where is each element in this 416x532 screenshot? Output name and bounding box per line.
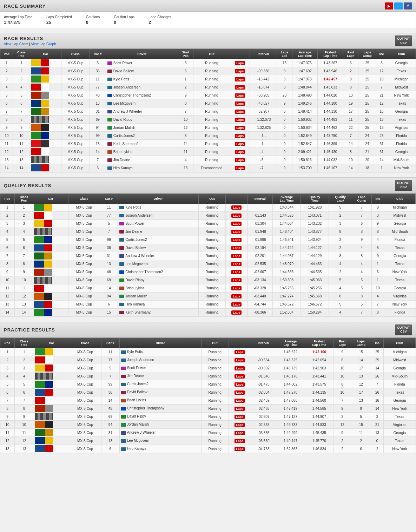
table-row: 10 10 MX-5 Cup 94 Jordan Malish Running … (0, 421, 416, 429)
pos-cell: 10 (0, 132, 13, 140)
driver-cell: Scott Power (119, 364, 201, 372)
inc-cell: 7 (376, 83, 387, 91)
q-col-driver: Driver (118, 194, 199, 204)
class-pos-cell: 4 (15, 372, 34, 380)
car-cell (33, 276, 68, 284)
start-pos-cell: 11 (178, 148, 193, 156)
out-cell: Running (199, 260, 226, 268)
start-pos-cell: 9 (178, 91, 193, 99)
laps-led-cell: 0 (277, 156, 292, 164)
inc-cell: 1 (376, 164, 387, 172)
club-cell: Texas (383, 413, 416, 421)
driver-cell: Scott Power (118, 219, 199, 228)
qualify-time-cell: 1:44.129 (301, 252, 329, 260)
table-row: 1 1 MX-5 Cup 11 Kyle Potts Running Laps … (0, 348, 416, 356)
view-lap-chart-link[interactable]: View Lap Chart (4, 42, 28, 46)
pos-cell: 11 (0, 429, 15, 437)
inc-cell: 14 (371, 364, 383, 372)
fastest-lap-cell: 1:44.020 (318, 91, 343, 99)
twitter-icon[interactable]: 🐦 (394, 2, 403, 9)
avg-lap-cell: 1:43.344 (272, 204, 301, 212)
facebook-icon[interactable]: f (404, 2, 412, 9)
table-row: 13 13 MX-5 Cup 6 Hiro Kanaya Running Lap… (0, 300, 416, 308)
car-num-cell: 99 (101, 380, 119, 388)
laps-comp-cell: 20 (358, 156, 376, 164)
club-cell: Georgia (384, 252, 416, 260)
inc-cell: 25 (371, 348, 383, 356)
col-interval: Interval (250, 49, 277, 59)
inc-cell: 16 (371, 396, 383, 405)
qualify-output-csv-button[interactable]: OUTPUTCSV (395, 180, 412, 191)
out-cell: Running (201, 405, 229, 413)
car-num-cell: 77 (90, 83, 106, 91)
laps-badge-cell: Laps (230, 132, 250, 140)
class-cell: MX-5 Cup (69, 421, 101, 429)
inc-cell: 18 (376, 75, 387, 83)
practice-output-csv-button[interactable]: OUTPUTCSV (395, 324, 412, 335)
interval-cell: -5 L (250, 156, 277, 164)
fastest-lap-cell: 1:43.575 (305, 380, 334, 388)
laps-badge-cell: Laps (230, 156, 250, 164)
inc-cell: 12 (376, 67, 387, 75)
driver-cell: Joseph Andersen (119, 356, 201, 364)
car-cell (33, 260, 68, 268)
club-cell: Georgia (387, 59, 416, 67)
car-num-cell: 31 (90, 107, 106, 116)
qualify-lap-cell: 5 (329, 276, 352, 284)
laps-comp-cell: 6 (352, 219, 372, 228)
table-row: 4 4 MX-5 Cup 7 Jim Deane Running Laps -0… (0, 372, 416, 380)
class-cell: MX-5 Cup (68, 252, 100, 260)
start-pos-cell: 5 (178, 132, 193, 140)
qualify-time-cell: 1:44.463 (301, 260, 329, 268)
table-row: 7 7 MX-5 Cup 31 Andrew J Wheeler 7 Runni… (0, 107, 416, 116)
laps-badge-cell: Laps (229, 396, 251, 405)
qualify-lap-cell: 8 (329, 252, 352, 260)
car-cell (34, 380, 69, 388)
car-num-cell: 69 (100, 276, 118, 284)
class-cell: MX-5 Cup (69, 437, 101, 445)
qualify-lap-cell: 4 (329, 260, 352, 268)
interval-cell: -00.554 (251, 356, 276, 364)
laps-led-cell: 9 (277, 99, 292, 107)
inc-cell: 21 (371, 421, 383, 429)
club-cell: Michigan (384, 204, 416, 212)
laps-comp-cell: 13 (351, 396, 371, 405)
fastest-lap-cell: 1:44.933 (305, 421, 334, 429)
car-num-cell: 48 (90, 91, 106, 99)
stat-avg-lap-label: Average Lap Time (4, 15, 32, 19)
pos-cell: 9 (0, 413, 15, 421)
race-output-csv-button[interactable]: OUTPUTCSV (395, 35, 412, 46)
laps-badge-cell: Laps (226, 204, 248, 212)
class-cell: MX-5 Cup (68, 300, 100, 308)
start-pos-cell: 13 (178, 164, 193, 172)
club-cell: Michigan (387, 75, 416, 83)
driver-cell: David Ballew (118, 244, 199, 252)
laps-badge-cell: Laps (229, 364, 251, 372)
avg-lap-cell: 1:44.004 (272, 219, 301, 228)
car-cell (34, 356, 69, 364)
laps-comp-cell: 25 (358, 59, 376, 67)
car-cell (30, 67, 61, 75)
driver-cell: Christopher Thompson2 (118, 268, 199, 276)
avg-lap-cell: 1:50.816 (292, 156, 317, 164)
pos-cell: 13 (0, 156, 13, 164)
fast-lap-num-cell: 6 (334, 356, 351, 364)
class-pos-cell: 8 (14, 260, 33, 268)
pos-cell: 12 (0, 292, 14, 300)
car-cell (30, 91, 61, 99)
fast-lap-num-cell: 10 (334, 372, 351, 380)
q-col-pos: Pos (0, 194, 14, 204)
table-row: 9 9 MX-5 Cup 94 Jordan Malish 12 Running… (0, 124, 416, 132)
class-cell: MX-5 Cup (61, 156, 90, 164)
fastest-lap-cell: 1:44.483 (318, 116, 343, 124)
avg-lap-cell: 1:44.937 (272, 252, 301, 260)
view-lap-graph-link[interactable]: View Lap Graph (31, 42, 56, 46)
out-cell: Running (199, 276, 226, 284)
inc-cell: 2 (371, 413, 383, 421)
youtube-icon[interactable]: ▶ (385, 2, 393, 9)
inc-cell: 7 (371, 380, 383, 388)
laps-badge-cell: Laps (230, 107, 250, 116)
avg-lap-cell: 1:52.863 (276, 445, 305, 453)
table-row: 2 2 MX-5 Cup 77 Joseph Andersen Running … (0, 211, 416, 219)
table-row: 10 10 MX-5 Cup 69 David Rippy Running La… (0, 276, 416, 284)
